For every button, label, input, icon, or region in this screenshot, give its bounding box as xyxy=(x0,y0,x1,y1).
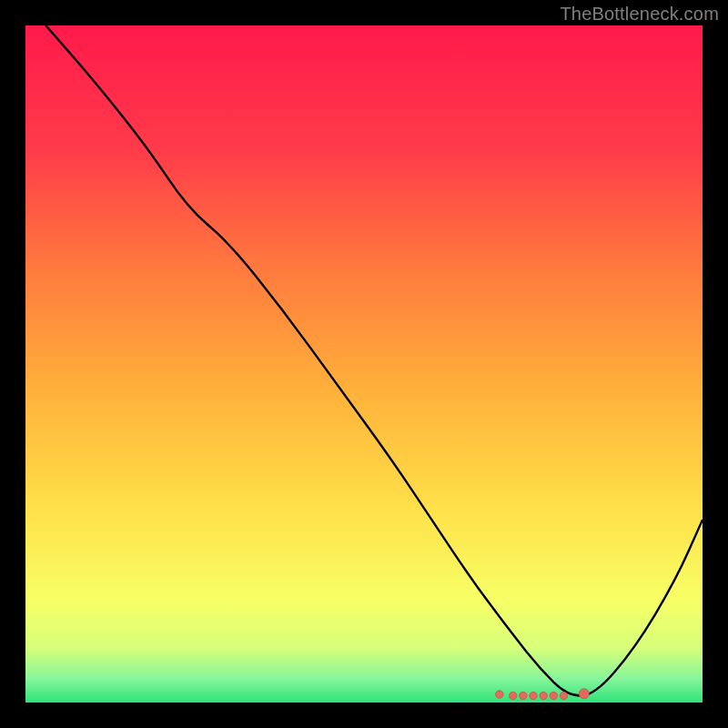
marker-dot xyxy=(579,689,589,699)
marker-dot xyxy=(509,692,516,699)
page-frame: TheBottleneck.com xyxy=(0,0,728,728)
watermark-label: TheBottleneck.com xyxy=(560,4,719,25)
marker-dot xyxy=(540,692,547,699)
marker-dot xyxy=(496,691,503,698)
marker-dot xyxy=(550,692,557,699)
gradient-background xyxy=(25,25,703,703)
marker-dot xyxy=(520,692,527,699)
bottleneck-chart xyxy=(25,25,703,703)
chart-container xyxy=(25,25,703,703)
marker-dot xyxy=(530,692,537,699)
marker-dot xyxy=(560,692,567,699)
